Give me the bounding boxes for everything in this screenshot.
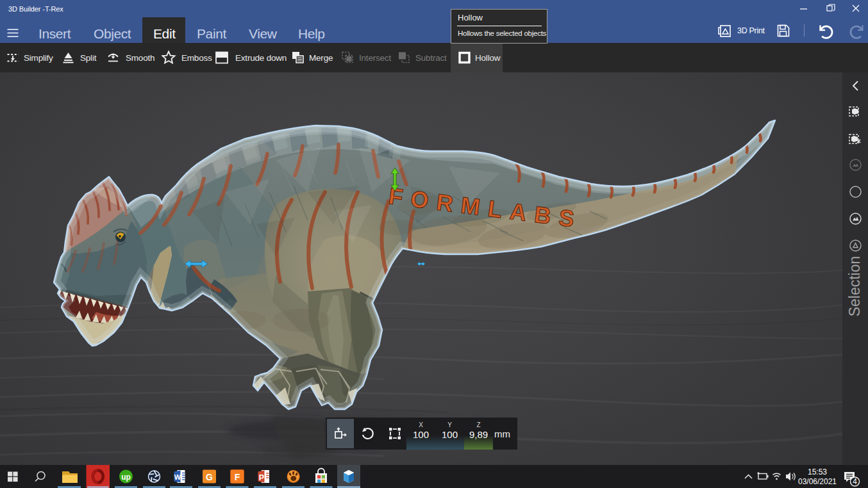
svg-text:W: W — [174, 473, 181, 481]
svg-text:P: P — [259, 473, 264, 482]
svg-text:G: G — [206, 472, 213, 482]
svg-text:up: up — [121, 473, 131, 482]
svg-text:F: F — [235, 472, 240, 482]
svg-text:4: 4 — [853, 477, 857, 486]
